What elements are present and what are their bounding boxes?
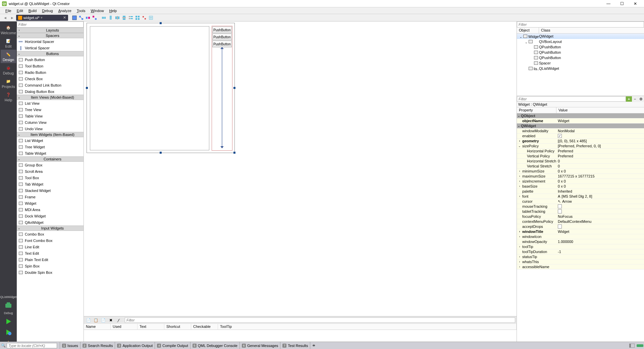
property-row[interactable]: ⌄sizePolicy[Preferred, Preferred, 0, 0] <box>517 144 644 149</box>
object-row[interactable]: lis...getQListWidget <box>517 66 644 71</box>
menu-tools[interactable]: Tools <box>74 8 88 13</box>
property-row[interactable]: ›accessibleName <box>517 264 644 269</box>
expand-icon[interactable]: ⌄ <box>517 114 521 117</box>
property-row[interactable]: objectNameWidget <box>517 118 644 123</box>
nav-fwd-button[interactable]: ► <box>9 16 15 20</box>
checkbox-icon[interactable] <box>558 204 562 208</box>
nav-back-button[interactable]: ◄ <box>2 16 8 20</box>
locator-input[interactable] <box>7 343 57 348</box>
expand-icon[interactable]: › <box>518 255 522 258</box>
push-button-2[interactable]: PushButton <box>212 34 232 40</box>
edit-taborder-button[interactable] <box>92 15 98 21</box>
expand-icon[interactable]: ⌄ <box>17 52 21 55</box>
property-row[interactable]: ›windowTitleWidget <box>517 229 644 234</box>
output-pane-button[interactable]: 1Issues <box>60 342 80 349</box>
break-layout-button[interactable] <box>141 15 147 21</box>
col-tooltip[interactable]: ToolTip <box>218 324 517 330</box>
widgetbox-category[interactable]: ⌄Buttons <box>17 51 84 56</box>
layout-grid-button[interactable] <box>135 15 141 21</box>
col-checkable[interactable]: Checkable <box>191 324 218 330</box>
expand-icon[interactable]: ⌄ <box>519 35 523 39</box>
property-row[interactable]: paletteInherited <box>517 189 644 194</box>
action-list[interactable] <box>84 330 517 342</box>
checkbox-icon[interactable]: ✓ <box>558 134 562 138</box>
resize-handle[interactable] <box>160 152 162 154</box>
widgetbox-item[interactable]: Table View <box>17 113 84 119</box>
property-row[interactable]: ›sizeIncrement0 x 0 <box>517 179 644 184</box>
property-row[interactable]: ›baseSize0 x 0 <box>517 184 644 189</box>
widgetbox-item[interactable]: Command Link Button <box>17 82 84 88</box>
property-row[interactable]: toolTipDuration-1 <box>517 249 644 254</box>
widgetbox-item[interactable]: Dialog Button Box <box>17 88 84 95</box>
expand-icon[interactable]: › <box>518 230 522 233</box>
mode-help[interactable]: ❓Help <box>1 90 16 103</box>
widgetbox-item[interactable]: Vertical Spacer <box>17 45 84 51</box>
menu-edit[interactable]: Edit <box>14 8 26 13</box>
layout-horizontal-button[interactable] <box>101 15 107 21</box>
property-row[interactable]: Horizontal PolicyPreferred <box>517 149 644 154</box>
property-row[interactable]: ›maximumSize16777215 x 16777215 <box>517 174 644 179</box>
push-button-1[interactable]: PushButton <box>212 27 232 33</box>
search-icon[interactable]: 🔍 <box>0 343 7 348</box>
widgetbox-category[interactable]: ⌄Spacers <box>17 33 84 38</box>
col-text[interactable]: Text <box>138 324 164 330</box>
edit-widgets-button[interactable] <box>71 15 77 21</box>
property-row[interactable]: acceptDrops <box>517 224 644 229</box>
widgetbox-item[interactable]: Plain Text Edit <box>17 256 84 263</box>
object-row[interactable]: ...QPushButton <box>517 55 644 60</box>
expand-icon[interactable]: ⌄ <box>518 144 522 148</box>
expand-icon[interactable]: ⌄ <box>17 96 21 99</box>
property-row[interactable]: windowOpacity1.000000 <box>517 239 644 244</box>
widgetbox-category[interactable]: ⌄Item Widgets (Item-Based) <box>17 132 84 137</box>
property-row[interactable]: ›geometry[(0, 0), 561 x 485] <box>517 139 644 144</box>
add-property-button[interactable]: + <box>626 96 632 102</box>
expand-icon[interactable]: › <box>518 260 522 263</box>
copy-action-button[interactable]: 📋 <box>93 317 99 323</box>
expand-icon[interactable]: › <box>518 185 522 188</box>
panes-menu-button[interactable]: ≑ <box>310 342 317 349</box>
widgetbox-category[interactable]: ⌄Containers <box>17 156 84 162</box>
property-row[interactable]: windowModalityNonModal <box>517 129 644 134</box>
output-pane-button[interactable]: 5QML Debugger Console <box>190 342 239 349</box>
checkbox-icon[interactable] <box>558 225 562 229</box>
widgetbox-item[interactable]: Column View <box>17 119 84 126</box>
run-button[interactable] <box>4 317 13 326</box>
expand-icon[interactable]: › <box>518 139 522 143</box>
object-row[interactable]: ⌄WidgetQWidget <box>517 34 644 39</box>
property-row[interactable]: cursor↖Arrow <box>517 199 644 204</box>
widgetbox-item[interactable]: MDI Area <box>17 206 84 213</box>
expand-icon[interactable]: ⌄ <box>517 124 521 128</box>
widgetbox-item[interactable]: Stacked Widget <box>17 187 84 194</box>
property-row[interactable]: ›windowIcon <box>517 234 644 239</box>
output-pane-button[interactable]: 4Compile Output <box>155 342 190 349</box>
widgetbox-item[interactable]: Tool Button <box>17 63 84 69</box>
resize-handle[interactable] <box>233 152 235 154</box>
widgetbox-item[interactable]: Line Edit <box>17 244 84 250</box>
widgetbox-item[interactable]: List Widget <box>17 137 84 144</box>
configure-action-button[interactable]: 𝑓 <box>115 317 121 323</box>
widgetbox-item[interactable]: QAxWidget <box>17 219 84 226</box>
widgetbox-item[interactable]: Scroll Area <box>17 168 84 174</box>
expand-icon[interactable]: › <box>518 174 522 178</box>
configure-property-button[interactable]: ⚙ <box>638 96 644 102</box>
widgetbox-item[interactable]: Table Widget <box>17 150 84 156</box>
resize-handle[interactable] <box>233 87 235 89</box>
edit-signals-button[interactable] <box>78 15 84 21</box>
widgetbox-item[interactable]: Horizontal Spacer <box>17 38 84 45</box>
maximize-button[interactable]: ☐ <box>615 0 629 7</box>
widgetbox-item[interactable]: Tab Widget <box>17 181 84 187</box>
property-row[interactable]: enabled✓ <box>517 134 644 139</box>
menu-build[interactable]: Build <box>26 8 39 13</box>
widgetbox-item[interactable]: Frame <box>17 194 84 200</box>
property-row[interactable]: contextMenuPolicyDefaultContextMenu <box>517 219 644 224</box>
widgetbox-item[interactable]: Widget <box>17 200 84 206</box>
mode-projects[interactable]: 📁Projects <box>1 77 16 90</box>
close-button[interactable]: ✕ <box>629 0 642 7</box>
widgetbox-item[interactable]: Radio Button <box>17 69 84 76</box>
col-name[interactable]: Name <box>84 324 111 330</box>
object-row[interactable]: ...QPushButton <box>517 50 644 55</box>
widgetbox-item[interactable]: Push Button <box>17 56 84 63</box>
property-row[interactable]: Vertical Stretch0 <box>517 164 644 169</box>
delete-action-button[interactable]: ✖ <box>107 317 114 323</box>
widgetbox-item[interactable]: Text Edit <box>17 250 84 256</box>
